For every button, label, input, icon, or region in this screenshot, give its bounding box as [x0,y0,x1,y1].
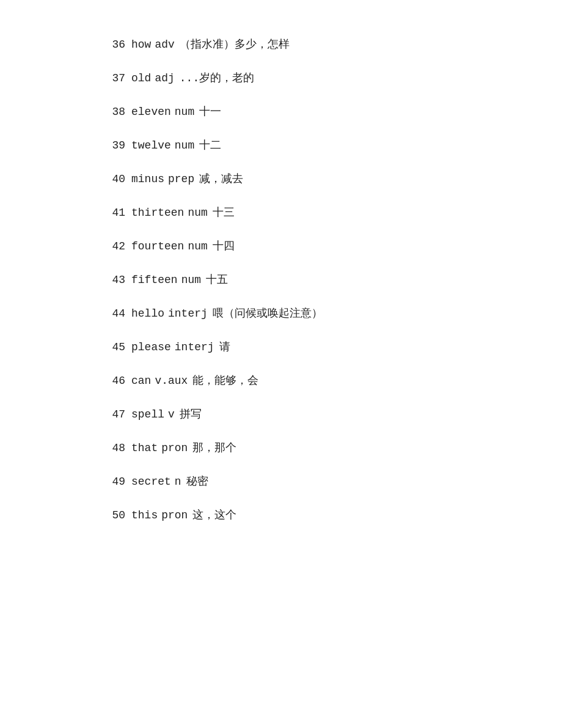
vocab-number: 42 [102,238,125,255]
vocab-pos: pron [161,440,188,457]
vocab-word: that [131,440,158,457]
vocab-definition: 减，减去 [199,171,243,188]
vocab-word: fourteen [131,238,184,255]
vocab-definition: 拼写 [180,406,202,423]
list-item: 43fifteennum十五 [102,272,562,289]
vocab-word: twelve [131,138,171,154]
vocab-definition: 请 [219,339,230,356]
vocab-word: eleven [131,104,171,120]
vocab-word: secret [131,474,171,490]
vocab-number: 41 [102,205,125,221]
vocab-number: 40 [102,171,125,188]
vocab-pos: num [188,238,207,255]
vocab-word: fifteen [131,272,178,289]
list-item: 39twelvenum十二 [102,138,562,154]
vocab-number: 49 [102,474,125,490]
vocab-word: old [131,70,151,87]
vocab-definition: 十三 [213,205,235,221]
vocab-pos: num [188,205,207,221]
vocab-number: 48 [102,440,125,457]
vocabulary-list: 36howadv（指水准）多少，怎样37oldadj...岁的，老的38elev… [0,0,562,578]
vocab-number: 47 [102,406,125,423]
list-item: 40minusprep减，减去 [102,171,562,188]
vocab-word: this [131,507,158,524]
list-item: 38elevennum十一 [102,104,562,120]
vocab-word: how [131,37,151,53]
vocab-number: 43 [102,272,125,289]
list-item: 37oldadj...岁的，老的 [102,70,562,87]
list-item: 41thirteennum十三 [102,205,562,221]
vocab-word: thirteen [131,205,184,221]
vocab-definition: 十五 [206,272,228,289]
list-item: 48thatpron那，那个 [102,440,562,457]
vocab-number: 44 [102,306,125,322]
vocab-pos: interj [175,339,214,356]
list-item: 44hellointerj喂（问候或唤起注意） [102,306,562,322]
list-item: 46canv.aux能，能够，会 [102,373,562,389]
vocab-number: 39 [102,138,125,154]
list-item: 42fourteennum十四 [102,238,562,255]
vocab-number: 37 [102,70,125,87]
vocab-number: 50 [102,507,125,524]
vocab-definition: （指水准）多少，怎样 [180,37,290,53]
vocab-pos: adj [155,70,174,87]
vocab-pos: pron [161,507,188,524]
vocab-pos: num [175,138,194,154]
vocab-definition: 十四 [213,238,235,255]
vocab-pos: n [175,474,181,490]
vocab-pos: v [168,406,175,423]
vocab-definition: 喂（问候或唤起注意） [213,306,323,322]
vocab-definition: 十二 [199,138,221,154]
vocab-pos: adv [155,37,174,53]
list-item: 47spellv拼写 [102,406,562,423]
vocab-definition: 秘密 [186,474,208,490]
list-item: 36howadv（指水准）多少，怎样 [102,37,562,53]
vocab-word: please [131,339,171,356]
vocab-number: 38 [102,104,125,120]
vocab-word: hello [131,306,164,322]
vocab-pos: v.aux [155,373,188,389]
vocab-word: can [131,373,151,389]
vocab-pos: interj [168,306,208,322]
list-item: 45pleaseinterj请 [102,339,562,356]
list-item: 49secretn秘密 [102,474,562,490]
vocab-number: 36 [102,37,125,53]
vocab-pos: num [175,104,194,120]
vocab-word: minus [131,171,164,188]
vocab-number: 45 [102,339,125,356]
vocab-definition: 十一 [199,104,221,120]
vocab-number: 46 [102,373,125,389]
vocab-definition: ...岁的，老的 [180,70,254,87]
vocab-definition: 这，这个 [192,507,236,524]
vocab-definition: 那，那个 [192,440,236,457]
vocab-definition: 能，能够，会 [192,373,258,389]
vocab-word: spell [131,406,164,423]
vocab-pos: num [181,272,201,289]
vocab-pos: prep [168,171,194,188]
list-item: 50thispron这，这个 [102,507,562,524]
